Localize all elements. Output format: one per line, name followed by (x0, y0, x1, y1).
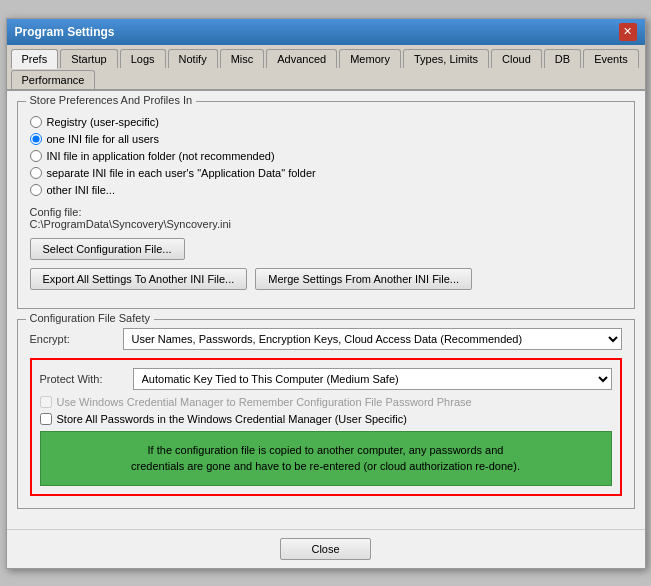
tab-prefs[interactable]: Prefs (11, 49, 59, 69)
safety-section: Configuration File Safety Encrypt: User … (17, 319, 635, 509)
ini-buttons-row: Export All Settings To Another INI File.… (30, 268, 622, 290)
encrypt-select[interactable]: User Names, Passwords, Encryption Keys, … (123, 328, 622, 350)
radio-registry[interactable]: Registry (user-specific) (30, 116, 622, 128)
radio-registry-input[interactable] (30, 116, 42, 128)
checkbox-credential-manager-input (40, 396, 52, 408)
close-button[interactable]: Close (280, 538, 370, 560)
tab-memory[interactable]: Memory (339, 49, 401, 68)
footer: Close (7, 529, 645, 568)
checkbox-credential-manager-label: Use Windows Credential Manager to Rememb… (57, 396, 472, 408)
checkbox-store-passwords-input[interactable] (40, 413, 52, 425)
radio-one-ini-input[interactable] (30, 133, 42, 145)
radio-one-ini-label: one INI file for all users (47, 133, 160, 145)
config-file-path: C:\ProgramData\Syncovery\Syncovery.ini (30, 218, 622, 230)
tab-performance[interactable]: Performance (11, 70, 96, 89)
tab-types-limits[interactable]: Types, Limits (403, 49, 489, 68)
store-options-group: Registry (user-specific) one INI file fo… (30, 116, 622, 196)
safety-section-title: Configuration File Safety (26, 312, 154, 324)
checkbox-store-passwords[interactable]: Store All Passwords in the Windows Crede… (40, 413, 612, 425)
select-config-button[interactable]: Select Configuration File... (30, 238, 185, 260)
config-file-label: Config file: (30, 206, 622, 218)
radio-app-folder[interactable]: INI file in application folder (not reco… (30, 150, 622, 162)
radio-sep-ini-label: separate INI file in each user's "Applic… (47, 167, 316, 179)
protect-select[interactable]: Automatic Key Tied to This Computer (Med… (133, 368, 612, 390)
content-area: Store Preferences And Profiles In Regist… (7, 91, 645, 529)
tab-cloud[interactable]: Cloud (491, 49, 542, 68)
radio-sep-ini-input[interactable] (30, 167, 42, 179)
merge-settings-button[interactable]: Merge Settings From Another INI File... (255, 268, 472, 290)
radio-registry-label: Registry (user-specific) (47, 116, 159, 128)
tab-logs[interactable]: Logs (120, 49, 166, 68)
protect-box: Protect With: Automatic Key Tied to This… (30, 358, 622, 496)
tab-startup[interactable]: Startup (60, 49, 117, 68)
radio-app-folder-input[interactable] (30, 150, 42, 162)
green-notice: If the configuration file is copied to a… (40, 431, 612, 486)
dialog-title: Program Settings (15, 25, 115, 39)
radio-one-ini[interactable]: one INI file for all users (30, 133, 622, 145)
protect-label: Protect With: (40, 373, 125, 385)
tab-events[interactable]: Events (583, 49, 639, 68)
program-settings-dialog: Program Settings ✕ Prefs Startup Logs No… (6, 18, 646, 569)
export-settings-button[interactable]: Export All Settings To Another INI File.… (30, 268, 248, 290)
protect-row: Protect With: Automatic Key Tied to This… (40, 368, 612, 390)
radio-other-ini[interactable]: other INI file... (30, 184, 622, 196)
tab-db[interactable]: DB (544, 49, 581, 68)
notice-text: If the configuration file is copied to a… (131, 444, 520, 473)
tab-advanced[interactable]: Advanced (266, 49, 337, 68)
encrypt-label: Encrypt: (30, 333, 115, 345)
store-section-title: Store Preferences And Profiles In (26, 94, 197, 106)
tab-bar: Prefs Startup Logs Notify Misc Advanced … (7, 45, 645, 91)
radio-other-ini-label: other INI file... (47, 184, 115, 196)
title-bar: Program Settings ✕ (7, 19, 645, 45)
store-preferences-section: Store Preferences And Profiles In Regist… (17, 101, 635, 309)
radio-sep-ini[interactable]: separate INI file in each user's "Applic… (30, 167, 622, 179)
close-icon[interactable]: ✕ (619, 23, 637, 41)
checkbox-store-passwords-label: Store All Passwords in the Windows Crede… (57, 413, 407, 425)
radio-app-folder-label: INI file in application folder (not reco… (47, 150, 275, 162)
encrypt-row: Encrypt: User Names, Passwords, Encrypti… (30, 328, 622, 350)
tab-misc[interactable]: Misc (220, 49, 265, 68)
tab-notify[interactable]: Notify (168, 49, 218, 68)
checkbox-credential-manager: Use Windows Credential Manager to Rememb… (40, 396, 612, 408)
radio-other-ini-input[interactable] (30, 184, 42, 196)
